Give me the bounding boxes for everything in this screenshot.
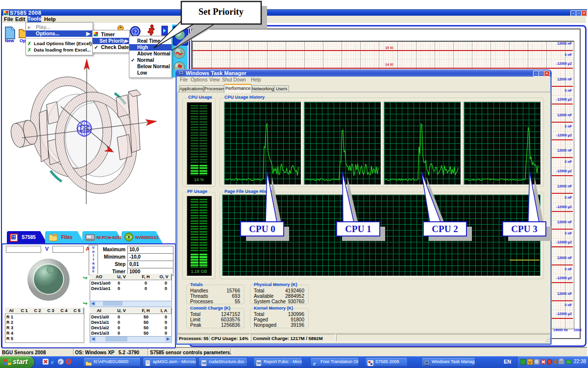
svg-text:Set Priority: Set Priority: [198, 7, 244, 17]
